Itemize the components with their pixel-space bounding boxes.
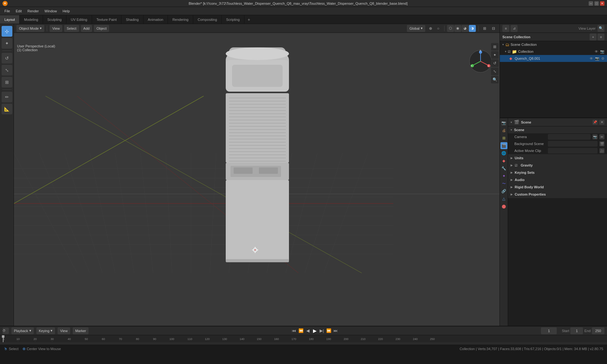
timeline-view-toggle[interactable]: ⏱ (3, 328, 9, 334)
tab-shading[interactable]: Shading (121, 15, 143, 24)
object-properties-tab[interactable]: ◆ (500, 157, 507, 164)
outliner-scene-collection[interactable]: ▾ 🗂 Scene Collection (500, 41, 607, 48)
menu-file[interactable]: File (2, 9, 13, 14)
scene-properties-tab[interactable]: 🎬 (500, 142, 507, 149)
rigid-body-world-header[interactable]: ▶ Rigid Body World (508, 184, 607, 191)
timeline-ruler[interactable]: 1 10 20 30 40 50 60 70 80 90 100 110 120… (0, 335, 607, 342)
global-local-dropdown[interactable]: Global ▾ (407, 25, 425, 32)
units-section-header[interactable]: ▶ Units (508, 155, 607, 161)
active-movie-clip-value[interactable] (548, 148, 598, 154)
outliner-new-btn[interactable]: + (590, 33, 597, 40)
tab-rendering[interactable]: Rendering (168, 15, 193, 24)
current-frame-input[interactable]: 1 (541, 327, 557, 334)
menu-edit[interactable]: Edit (13, 9, 24, 14)
scale-gizmo-button[interactable]: ⤡ (491, 68, 499, 75)
viewport-3d[interactable]: Z X Y ⊞ ✦ ↺ ⤡ 🔍 User Perspective (Local)… (14, 33, 500, 326)
tab-scripting[interactable]: Scripting (222, 15, 244, 24)
outliner-quench-object[interactable]: ◆ Quench_Q8.001 👁 📷 ⚙ (500, 55, 607, 62)
bg-scene-icon-btn[interactable]: 🎬 (599, 141, 604, 146)
navigation-gizmo[interactable]: Z X Y (468, 49, 493, 74)
outliner-filter-btn[interactable]: ≡ (598, 33, 604, 40)
tab-layout[interactable]: Layout (0, 15, 20, 24)
maximize-button[interactable]: □ (594, 1, 599, 6)
viewport[interactable]: Object Mode ▾ View Select Add Object Glo… (14, 24, 500, 326)
keying-menu[interactable]: Keying ▾ (36, 327, 55, 334)
solid-shading[interactable]: ◉ (454, 25, 461, 32)
jump-to-end-btn[interactable]: ⏭ (333, 328, 339, 334)
timeline-scrollbar[interactable] (0, 342, 607, 345)
menu-window[interactable]: Window (42, 9, 59, 14)
3d-cursor[interactable] (252, 247, 258, 254)
wireframe-shading[interactable]: ⬡ (447, 25, 454, 32)
zoom-button[interactable]: 🔍 (491, 76, 499, 83)
measure-tool[interactable]: 📐 (2, 104, 12, 114)
outliner-collection[interactable]: ▾ ☑ 📁 Collection 👁 📷 (500, 48, 607, 55)
tab-uv-editing[interactable]: UV Editing (66, 15, 92, 24)
physics-properties-tab[interactable]: 〜 (500, 180, 507, 187)
tab-modeling[interactable]: Modeling (20, 15, 43, 24)
close-button[interactable]: ✕ (600, 1, 604, 6)
data-properties-tab[interactable]: △ (500, 195, 507, 202)
snap-toggle[interactable]: ⊕ (427, 25, 434, 32)
material-shading[interactable]: ◕ (462, 25, 469, 32)
cursor-tool[interactable]: ⊹ (2, 26, 12, 37)
camera-value[interactable] (548, 134, 591, 140)
search-outliner-btn[interactable]: 🔍 (598, 25, 604, 32)
move-tool[interactable]: ✦ (2, 38, 12, 49)
object-eye-icon[interactable]: 👁 (590, 57, 593, 61)
object-link-icon[interactable]: ⚙ (601, 57, 604, 61)
material-properties-tab[interactable]: ⬤ (500, 203, 507, 210)
jump-back-btn[interactable]: ⏪ (298, 328, 304, 334)
gravity-checkbox[interactable]: ☑ (515, 164, 518, 167)
object-menu[interactable]: Object (94, 25, 109, 32)
step-forward-btn[interactable]: ▶| (319, 328, 325, 334)
view-gizmo-button[interactable]: ⊞ (491, 43, 499, 51)
gravity-section-header[interactable]: ▶ ☑ Gravity (508, 162, 607, 169)
select-menu[interactable]: Select (64, 25, 79, 32)
constraints-properties-tab[interactable]: 🔗 (500, 188, 507, 195)
minimize-button[interactable]: ─ (589, 1, 593, 6)
movie-clip-icon-btn[interactable]: 🎥 (599, 148, 604, 153)
menu-render[interactable]: Render (25, 9, 41, 14)
jump-to-start-btn[interactable]: ⏮ (291, 328, 297, 334)
tab-sculpting[interactable]: Sculpting (43, 15, 66, 24)
start-frame-input[interactable]: 1 (570, 327, 583, 334)
camera-edit-btn[interactable]: ✏ (599, 134, 604, 139)
step-back-btn[interactable]: ◀ (305, 328, 311, 334)
rendered-shading[interactable]: ◑ (469, 25, 476, 32)
view-menu-tl[interactable]: View (58, 327, 70, 334)
modifier-properties-tab[interactable]: 🔧 (500, 165, 507, 172)
output-properties-tab[interactable]: 🖨 (500, 127, 507, 134)
outliner-icon-btn[interactable]: ≡ (502, 25, 509, 32)
end-frame-input[interactable]: 250 (592, 327, 604, 334)
collection-checkbox[interactable]: ☑ (508, 50, 511, 53)
play-btn[interactable]: ▶ (312, 328, 318, 334)
object-mode-dropdown[interactable]: Object Mode ▾ (16, 25, 44, 32)
gizmo-toggle[interactable]: ⊞ (481, 25, 488, 32)
render-properties-tab[interactable]: 📷 (500, 119, 507, 126)
scene-section-header[interactable]: ▾ Scene (508, 126, 607, 133)
scale-tool[interactable]: ⤡ (2, 65, 12, 76)
background-scene-value[interactable] (548, 141, 598, 147)
tab-texture-paint[interactable]: Texture Paint (92, 15, 121, 24)
jump-forward-btn[interactable]: ⏩ (326, 328, 332, 334)
tab-animation[interactable]: Animation (144, 15, 168, 24)
scene-options-btn[interactable]: ✕ (599, 120, 604, 125)
world-properties-tab[interactable]: 🌐 (500, 150, 507, 157)
collection-render-icon[interactable]: 📷 (600, 50, 604, 54)
add-workspace-button[interactable]: + (244, 15, 253, 24)
filter-icon-btn[interactable]: ⊿ (511, 25, 518, 32)
overlay-toggle[interactable]: ⊟ (490, 25, 497, 32)
view-menu[interactable]: View (50, 25, 62, 32)
playback-menu[interactable]: Playback ▾ (11, 327, 34, 334)
add-menu[interactable]: Add (81, 25, 92, 32)
tab-compositing[interactable]: Compositing (193, 15, 222, 24)
rotate-tool[interactable]: ↺ (2, 53, 12, 64)
custom-properties-header[interactable]: ▶ Custom Properties (508, 191, 607, 198)
view-layer-properties-tab[interactable]: ⊞ (500, 135, 507, 142)
particles-properties-tab[interactable]: ✦ (500, 173, 507, 179)
scene-header-expand[interactable]: ▾ (511, 121, 512, 124)
camera-icon-btn[interactable]: 📷 (592, 134, 598, 139)
rotate-gizmo-button[interactable]: ↺ (491, 59, 499, 67)
audio-section-header[interactable]: ▶ Audio (508, 176, 607, 183)
